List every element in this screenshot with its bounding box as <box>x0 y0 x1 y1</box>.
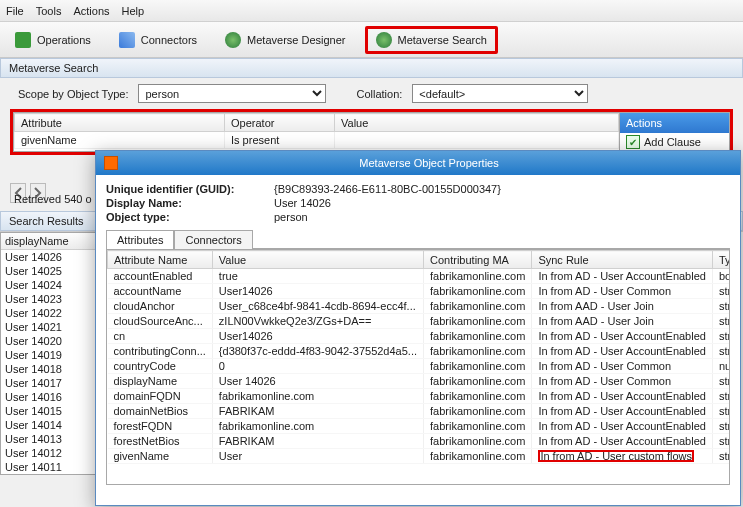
tab-connectors[interactable]: Connectors <box>174 230 252 249</box>
cell-value: {d380f37c-eddd-4f83-9042-37552d4a5... <box>212 344 423 359</box>
toolbar: Operations Connectors Metaverse Designer… <box>0 22 743 58</box>
col-contributing-ma[interactable]: Contributing MA <box>424 251 532 269</box>
app-icon <box>104 156 118 170</box>
search-results-list: displayName User 14026User 14025User 140… <box>0 232 96 475</box>
guid-label: Unique identifier (GUID): <box>106 183 266 195</box>
retrieved-count: Retrieved 540 o <box>0 187 106 211</box>
table-row[interactable]: forestFQDNfabrikamonline.comfabrikamonli… <box>108 419 731 434</box>
operations-label: Operations <box>37 34 91 46</box>
list-item[interactable]: User 14012 <box>1 446 95 460</box>
cell-value: fabrikamonline.com <box>212 389 423 404</box>
col-value[interactable]: Value <box>212 251 423 269</box>
cell-type: string <box>712 404 730 419</box>
results-col-displayname[interactable]: displayName <box>1 233 95 250</box>
menu-tools[interactable]: Tools <box>36 5 62 17</box>
add-clause-button[interactable]: ✔ Add Clause <box>620 133 729 151</box>
table-row[interactable]: countryCode0fabrikamonline.comIn from AD… <box>108 359 731 374</box>
list-item[interactable]: User 14013 <box>1 432 95 446</box>
table-row[interactable]: accountEnabledtruefabrikamonline.comIn f… <box>108 269 731 284</box>
list-item[interactable]: User 14020 <box>1 334 95 348</box>
list-item[interactable]: User 14026 <box>1 250 95 264</box>
objecttype-value: person <box>274 211 308 223</box>
tab-attributes[interactable]: Attributes <box>106 230 174 249</box>
cell-ma: fabrikamonline.com <box>424 419 532 434</box>
list-item[interactable]: User 14018 <box>1 362 95 376</box>
cell-syncrule: In from AD - User AccountEnabled <box>532 434 713 449</box>
cell-type: string <box>712 419 730 434</box>
cell-type: string <box>712 344 730 359</box>
list-item[interactable]: User 14011 <box>1 460 95 474</box>
list-item[interactable]: User 14022 <box>1 306 95 320</box>
table-row[interactable]: accountNameUser14026fabrikamonline.comIn… <box>108 284 731 299</box>
window-titlebar[interactable]: Metaverse Object Properties <box>96 151 740 175</box>
table-row[interactable]: forestNetBiosFABRIKAMfabrikamonline.comI… <box>108 434 731 449</box>
criteria-op: Is present <box>225 132 335 149</box>
cell-ma: fabrikamonline.com <box>424 284 532 299</box>
cell-ma: fabrikamonline.com <box>424 329 532 344</box>
operations-icon <box>15 32 31 48</box>
designer-label: Metaverse Designer <box>247 34 345 46</box>
cell-attrname: forestNetBios <box>108 434 213 449</box>
list-item[interactable]: User 14014 <box>1 418 95 432</box>
scope-select[interactable]: person <box>138 84 326 103</box>
cell-syncrule: In from AAD - User Join <box>532 299 713 314</box>
displayname-value: User 14026 <box>274 197 331 209</box>
list-item[interactable]: User 14015 <box>1 404 95 418</box>
list-item[interactable]: User 14024 <box>1 278 95 292</box>
cell-attrname: accountEnabled <box>108 269 213 284</box>
menu-help[interactable]: Help <box>122 5 145 17</box>
collation-select[interactable]: <default> <box>412 84 588 103</box>
metaverse-object-properties-window: Metaverse Object Properties Unique ident… <box>95 150 741 506</box>
cell-syncrule: In from AAD - User Join <box>532 314 713 329</box>
criteria-row[interactable]: givenName Is present <box>15 132 619 149</box>
cell-syncrule: In from AD - User AccountEnabled <box>532 344 713 359</box>
list-item[interactable]: User 14019 <box>1 348 95 362</box>
criteria-col-value[interactable]: Value <box>335 114 619 132</box>
cell-syncrule: In from AD - User Common <box>532 359 713 374</box>
col-type[interactable]: Type <box>712 251 730 269</box>
list-item[interactable]: User 14017 <box>1 376 95 390</box>
cell-attrname: givenName <box>108 449 213 464</box>
list-item[interactable]: User 14025 <box>1 264 95 278</box>
table-row[interactable]: cnUser14026fabrikamonline.comIn from AD … <box>108 329 731 344</box>
metaverse-search-button[interactable]: Metaverse Search <box>365 26 498 54</box>
collation-label: Collation: <box>356 88 402 100</box>
cell-value: User14026 <box>212 329 423 344</box>
cell-value: User 14026 <box>212 374 423 389</box>
connectors-label: Connectors <box>141 34 197 46</box>
col-attrname[interactable]: Attribute Name <box>108 251 213 269</box>
cell-value: FABRIKAM <box>212 404 423 419</box>
table-row[interactable]: contributingConn...{d380f37c-eddd-4f83-9… <box>108 344 731 359</box>
table-row[interactable]: domainFQDNfabrikamonline.comfabrikamonli… <box>108 389 731 404</box>
criteria-col-attribute[interactable]: Attribute <box>15 114 225 132</box>
table-row[interactable]: domainNetBiosFABRIKAMfabrikamonline.comI… <box>108 404 731 419</box>
list-item[interactable]: User 14023 <box>1 292 95 306</box>
table-row[interactable]: givenNameUserfabrikamonline.comIn from A… <box>108 449 731 464</box>
col-syncrule[interactable]: Sync Rule <box>532 251 713 269</box>
list-item[interactable]: User 14016 <box>1 390 95 404</box>
operations-button[interactable]: Operations <box>6 28 100 52</box>
cell-attrname: cn <box>108 329 213 344</box>
cell-value: fabrikamonline.com <box>212 419 423 434</box>
criteria-grid: Attribute Operator Value givenName Is pr… <box>10 109 733 155</box>
metaverse-designer-button[interactable]: Metaverse Designer <box>216 28 354 52</box>
cell-type: string <box>712 299 730 314</box>
guid-value: {B9C89393-2466-E611-80BC-00155D000347} <box>274 183 501 195</box>
table-row[interactable]: cloudAnchorUser_c68ce4bf-9841-4cdb-8694-… <box>108 299 731 314</box>
list-item[interactable]: User 14021 <box>1 320 95 334</box>
cell-attrname: domainNetBios <box>108 404 213 419</box>
cell-type: string <box>712 449 730 464</box>
menu-actions[interactable]: Actions <box>73 5 109 17</box>
criteria-col-operator[interactable]: Operator <box>225 114 335 132</box>
connectors-button[interactable]: Connectors <box>110 28 206 52</box>
table-row[interactable]: displayNameUser 14026fabrikamonline.comI… <box>108 374 731 389</box>
cell-attrname: domainFQDN <box>108 389 213 404</box>
cell-syncrule: In from AD - User AccountEnabled <box>532 269 713 284</box>
cell-attrname: cloudSourceAnc... <box>108 314 213 329</box>
cell-value: FABRIKAM <box>212 434 423 449</box>
cell-syncrule: In from AD - User Common <box>532 374 713 389</box>
menu-file[interactable]: File <box>6 5 24 17</box>
cell-ma: fabrikamonline.com <box>424 344 532 359</box>
cell-value: 0 <box>212 359 423 374</box>
table-row[interactable]: cloudSourceAnc...zILN00VwkkeQ2e3/ZGs+DA=… <box>108 314 731 329</box>
